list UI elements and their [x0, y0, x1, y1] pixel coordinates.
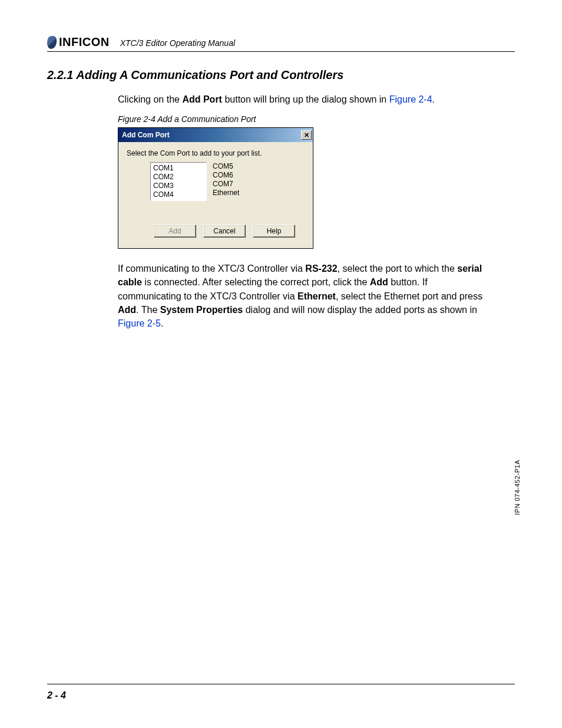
- dialog-title: Add Com Port: [122, 131, 170, 139]
- page-number: 2 - 4: [47, 690, 66, 700]
- help-button[interactable]: Help: [253, 225, 295, 238]
- figure-2-5-link[interactable]: Figure 2-5: [118, 318, 161, 328]
- logo-mark-icon: [47, 36, 57, 49]
- port-list-left[interactable]: COM1 COM2 COM3 COM4: [150, 162, 207, 201]
- port-option[interactable]: COM3: [153, 182, 204, 190]
- paragraph-1: Clicking on the Add Port button will bri…: [118, 93, 483, 106]
- port-option[interactable]: COM2: [153, 173, 204, 182]
- figure-caption: Figure 2-4 Add a Communication Port: [118, 114, 483, 124]
- page-header: INFICON XTC/3 Editor Operating Manual: [47, 35, 515, 52]
- port-option[interactable]: COM5: [213, 162, 269, 171]
- section-heading: 2.2.1 Adding A Communications Port and C…: [47, 68, 515, 82]
- dialog-instruction: Select the Com Port to add to your port …: [127, 149, 305, 157]
- logo: INFICON: [47, 35, 110, 49]
- close-button[interactable]: ✕: [301, 130, 312, 140]
- port-option[interactable]: COM7: [213, 180, 269, 189]
- add-button[interactable]: Add: [154, 225, 196, 238]
- section-number: 2.2.1: [47, 68, 73, 81]
- cancel-button[interactable]: Cancel: [203, 225, 246, 238]
- port-list-right: COM5 COM6 COM7 Ethernet: [213, 162, 269, 201]
- dialog-titlebar: Add Com Port ✕: [118, 128, 313, 142]
- close-icon: ✕: [304, 131, 309, 139]
- add-com-port-dialog: Add Com Port ✕ Select the Com Port to ad…: [118, 127, 313, 249]
- logo-text: INFICON: [59, 35, 110, 49]
- page-footer: 2 - 4: [47, 684, 515, 701]
- port-option[interactable]: COM6: [213, 171, 269, 180]
- port-option[interactable]: Ethernet: [213, 189, 269, 197]
- port-option[interactable]: COM4: [153, 190, 204, 199]
- port-option[interactable]: COM1: [153, 164, 204, 173]
- figure-2-4-link[interactable]: Figure 2-4: [389, 94, 432, 104]
- section-title: Adding A Communications Port and Control…: [76, 68, 343, 81]
- paragraph-2: If communicating to the XTC/3 Controller…: [118, 262, 483, 330]
- ipn-code: IPN 074-452-P1A: [514, 460, 521, 515]
- document-title: XTC/3 Editor Operating Manual: [120, 38, 235, 49]
